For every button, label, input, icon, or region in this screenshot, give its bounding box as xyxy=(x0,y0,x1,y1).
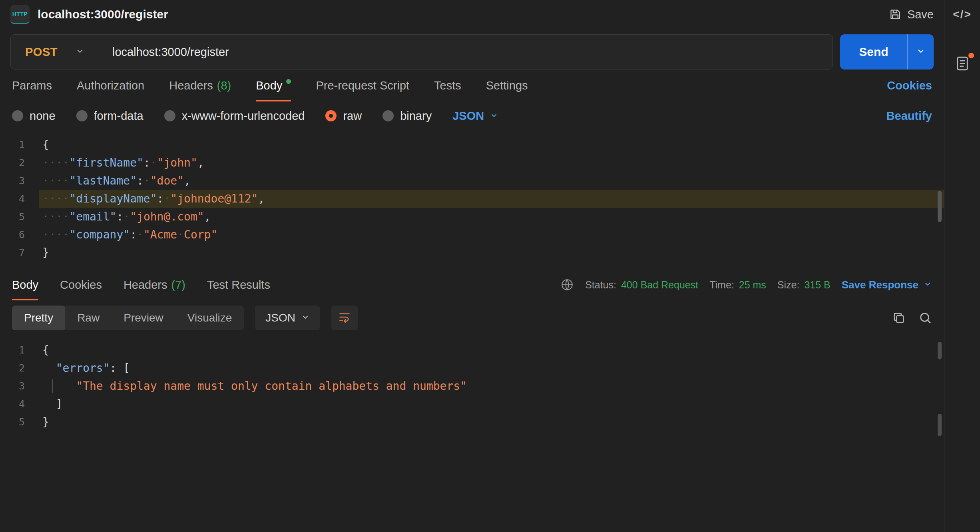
response-tab-test-results[interactable]: Test Results xyxy=(207,269,270,300)
status-indicator: Status: 400 Bad Request xyxy=(585,279,698,291)
code-text: { xyxy=(39,136,944,154)
chevron-down-icon xyxy=(75,46,85,58)
request-language-label: JSON xyxy=(452,109,484,123)
tab-pre-request-script[interactable]: Pre-request Script xyxy=(316,69,409,101)
body-mode-none-label: none xyxy=(30,109,56,123)
body-mode-form-data-label: form-data xyxy=(94,109,143,123)
scrollbar-thumb[interactable] xyxy=(938,191,942,222)
request-header: HTTP localhost:3000/register Save xyxy=(0,0,944,29)
scrollbar-thumb[interactable] xyxy=(938,414,942,436)
tab-authorization[interactable]: Authorization xyxy=(77,69,144,101)
code-line: 7} xyxy=(0,244,944,262)
line-number: 4 xyxy=(0,190,39,208)
save-icon xyxy=(889,8,902,21)
response-body-editor[interactable]: 1{2 "errors": [3 │ "The display name mus… xyxy=(0,335,944,438)
body-mode-urlencoded-label: x-www-form-urlencoded xyxy=(182,109,305,123)
body-mode-raw-label: raw xyxy=(343,109,362,123)
line-number: 5 xyxy=(0,208,39,226)
line-number: 1 xyxy=(0,136,39,154)
beautify-link[interactable]: Beautify xyxy=(886,109,932,123)
wrap-lines-icon xyxy=(338,310,351,326)
view-tab-pretty[interactable]: Pretty xyxy=(12,306,65,330)
line-number: 7 xyxy=(0,244,39,262)
radio-icon xyxy=(164,110,175,121)
code-text: "errors": [ xyxy=(39,359,944,377)
response-language-dropdown[interactable]: JSON xyxy=(255,306,320,330)
view-tab-visualize[interactable]: Visualize xyxy=(175,306,244,330)
line-number: 2 xyxy=(0,359,39,377)
url-box: POST localhost:3000/register xyxy=(10,34,833,69)
search-icon[interactable] xyxy=(918,311,932,325)
response-view-switcher: Pretty Raw Preview Visualize xyxy=(12,306,244,330)
response-empty-area xyxy=(0,438,944,532)
documentation-button[interactable] xyxy=(954,55,971,73)
line-number: 2 xyxy=(0,154,39,172)
response-tab-cookies[interactable]: Cookies xyxy=(60,269,102,300)
request-tabs-row: Params Authorization Headers (8) Body Pr… xyxy=(0,69,944,101)
save-response-dropdown[interactable]: Save Response xyxy=(842,279,932,291)
scrollbar-thumb[interactable] xyxy=(938,342,942,359)
chevron-down-icon xyxy=(301,312,310,324)
request-editor-wrap: 1{2····"firstName":·"john",3····"lastNam… xyxy=(0,130,944,269)
code-line: 4 ] xyxy=(0,395,944,413)
code-line: 4····"displayName":·"johndoe@112", xyxy=(0,190,944,208)
network-globe-icon[interactable] xyxy=(560,278,574,292)
wrap-lines-button[interactable] xyxy=(331,306,358,330)
save-button[interactable]: Save xyxy=(889,8,934,21)
send-button[interactable]: Send xyxy=(840,34,934,69)
response-tab-body[interactable]: Body xyxy=(12,269,38,300)
view-tab-preview[interactable]: Preview xyxy=(112,306,175,330)
send-label[interactable]: Send xyxy=(840,34,907,69)
code-text: ] xyxy=(39,395,944,413)
body-modes-row: none form-data x-www-form-urlencoded raw… xyxy=(0,101,944,130)
tab-tests[interactable]: Tests xyxy=(434,69,461,101)
cookies-link[interactable]: Cookies xyxy=(887,79,932,92)
tab-body[interactable]: Body xyxy=(256,69,291,101)
body-mode-urlencoded[interactable]: x-www-form-urlencoded xyxy=(164,109,305,123)
code-text: ····"lastName":·"doe", xyxy=(39,172,944,190)
response-meta: Status: 400 Bad Request Time: 25 ms Size… xyxy=(560,269,932,300)
body-mode-none[interactable]: none xyxy=(12,109,56,123)
size-indicator: Size: 315 B xyxy=(777,279,831,291)
code-line: 1{ xyxy=(0,341,944,359)
response-tabs-row: Body Cookies Headers (7) Test Results St… xyxy=(0,269,944,300)
code-text: { xyxy=(39,341,944,359)
chevron-down-icon xyxy=(490,109,498,123)
tab-params[interactable]: Params xyxy=(12,69,52,101)
line-number: 6 xyxy=(0,226,39,244)
send-options-caret[interactable] xyxy=(907,34,934,69)
radio-icon xyxy=(12,110,23,121)
tab-settings[interactable]: Settings xyxy=(486,69,528,101)
main-panel: HTTP localhost:3000/register Save POST xyxy=(0,0,944,532)
body-mode-raw[interactable]: raw xyxy=(325,109,362,123)
code-line: 2····"firstName":·"john", xyxy=(0,154,944,172)
code-line: 1{ xyxy=(0,136,944,154)
response-language-label: JSON xyxy=(265,312,295,324)
body-mode-form-data[interactable]: form-data xyxy=(76,109,143,123)
line-number: 4 xyxy=(0,395,39,413)
response-tabs: Body Cookies Headers (7) Test Results xyxy=(12,269,270,300)
response-tab-headers[interactable]: Headers (7) xyxy=(123,269,185,300)
request-title: localhost:3000/register xyxy=(38,8,168,21)
response-toolbar: Pretty Raw Preview Visualize JSON xyxy=(0,300,944,335)
request-body-editor[interactable]: 1{2····"firstName":·"john",3····"lastNam… xyxy=(0,130,944,269)
url-row: POST localhost:3000/register Send xyxy=(10,34,934,69)
save-label: Save xyxy=(907,8,934,21)
code-line: 2 "errors": [ xyxy=(0,359,944,377)
code-line: 3····"lastName":·"doe", xyxy=(0,172,944,190)
request-language-dropdown[interactable]: JSON xyxy=(452,109,498,123)
status-label: Status: xyxy=(585,279,616,291)
time-value: 25 ms xyxy=(739,279,766,291)
chevron-down-icon xyxy=(923,279,932,291)
method-dropdown[interactable]: POST xyxy=(11,35,97,69)
copy-icon[interactable] xyxy=(892,311,906,325)
body-mode-binary[interactable]: binary xyxy=(382,109,432,123)
code-text: } xyxy=(39,244,944,262)
app-window: HTTP localhost:3000/register Save POST xyxy=(0,0,980,532)
tab-headers[interactable]: Headers (8) xyxy=(169,69,231,101)
view-tab-raw[interactable]: Raw xyxy=(65,306,112,330)
url-input[interactable]: localhost:3000/register xyxy=(97,46,229,59)
code-snippet-icon[interactable]: </> xyxy=(953,8,971,21)
body-modified-dot xyxy=(286,79,291,84)
response-action-icons xyxy=(892,311,932,325)
